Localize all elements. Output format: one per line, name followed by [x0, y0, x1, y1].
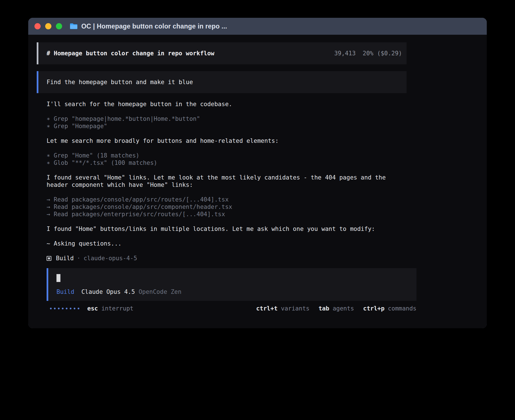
agent-status-icon	[47, 256, 51, 261]
esc-key-hint: esc	[87, 305, 98, 312]
tool-call-grep: ∗ Grep "Homepage"	[47, 123, 407, 130]
terminal-content: # Homepage button color change in repo w…	[28, 35, 487, 328]
status-bar: esc interrupt ctrl+t variants tab agents	[47, 305, 416, 312]
status-left: esc interrupt	[47, 305, 134, 312]
session-title: # Homepage button color change in repo w…	[47, 50, 214, 57]
context-percent: 20%	[363, 50, 374, 57]
tool-call-grep: ∗ Grep "Home" (18 matches)	[47, 152, 407, 159]
input-provider: OpenCode Zen	[139, 288, 182, 296]
tool-call-group: ∗ Grep "homepage|home.*button|Home.*butt…	[47, 115, 407, 130]
assistant-transcript: I'll search for the homepage button in t…	[47, 100, 407, 312]
tool-call-read: → Read packages/enterprise/src/routes/[.…	[47, 211, 407, 218]
assistant-text: I'll search for the homepage button in t…	[47, 100, 407, 108]
shortcut-variants: ctrl+t variants	[256, 305, 309, 312]
shortcut-commands: ctrl+p commands	[363, 305, 416, 312]
assistant-text: I found several "Home" links. Let me loo…	[47, 174, 407, 189]
tool-call-grep: ∗ Grep "homepage|home.*button|Home.*butt…	[47, 115, 407, 123]
window-controls	[34, 23, 62, 29]
esc-key-label: interrupt	[101, 305, 134, 312]
session-cost: ($0.29)	[377, 50, 402, 57]
agent-separator: ·	[77, 255, 80, 262]
assistant-text: Let me search more broadly for buttons a…	[47, 137, 407, 145]
input-model-row: Build Claude Opus 4.5 OpenCode Zen	[56, 288, 412, 296]
agent-name: Build	[56, 255, 74, 262]
user-message-text: Find the homepage button and make it blu…	[47, 78, 193, 86]
agent-status-line: Build · claude-opus-4-5	[47, 255, 407, 262]
assistant-text: I found "Home" buttons/links in multiple…	[47, 225, 407, 233]
tool-call-glob: ∗ Glob "**/*.tsx" (100 matches)	[47, 159, 407, 167]
zoom-button[interactable]	[56, 23, 62, 29]
status-right: ctrl+t variants tab agents ctrl+p comman…	[256, 305, 416, 312]
prompt-input[interactable]: Build Claude Opus 4.5 OpenCode Zen	[47, 268, 416, 301]
session-meta: 39,41320%($0.29)	[334, 50, 402, 57]
text-cursor	[56, 274, 60, 282]
spinner-dots-icon	[50, 308, 79, 309]
title-bar: OC | Homepage button color change in rep…	[28, 18, 487, 35]
shortcut-agents: tab agents	[318, 305, 354, 312]
user-message: Find the homepage button and make it blu…	[37, 71, 407, 93]
desktop: OC | Homepage button color change in rep…	[0, 0, 515, 420]
tool-call-read: → Read packages/console/app/src/routes/[…	[47, 196, 407, 203]
input-mode: Build	[56, 288, 74, 296]
session-header: # Homepage button color change in repo w…	[37, 42, 407, 64]
tool-call-read: → Read packages/console/app/src/componen…	[47, 203, 407, 211]
input-model: Claude Opus 4.5	[81, 288, 135, 296]
close-button[interactable]	[34, 23, 41, 29]
agent-model: claude-opus-4-5	[84, 255, 137, 262]
minimize-button[interactable]	[45, 23, 51, 29]
assistant-status-text: ~ Asking questions...	[47, 240, 407, 247]
folder-icon	[69, 23, 78, 30]
terminal-window: OC | Homepage button color change in rep…	[28, 18, 487, 328]
window-title: OC | Homepage button color change in rep…	[81, 23, 227, 30]
token-count: 39,413	[334, 50, 356, 57]
tool-call-group: → Read packages/console/app/src/routes/[…	[47, 196, 407, 218]
tool-call-group: ∗ Grep "Home" (18 matches) ∗ Glob "**/*.…	[47, 152, 407, 167]
